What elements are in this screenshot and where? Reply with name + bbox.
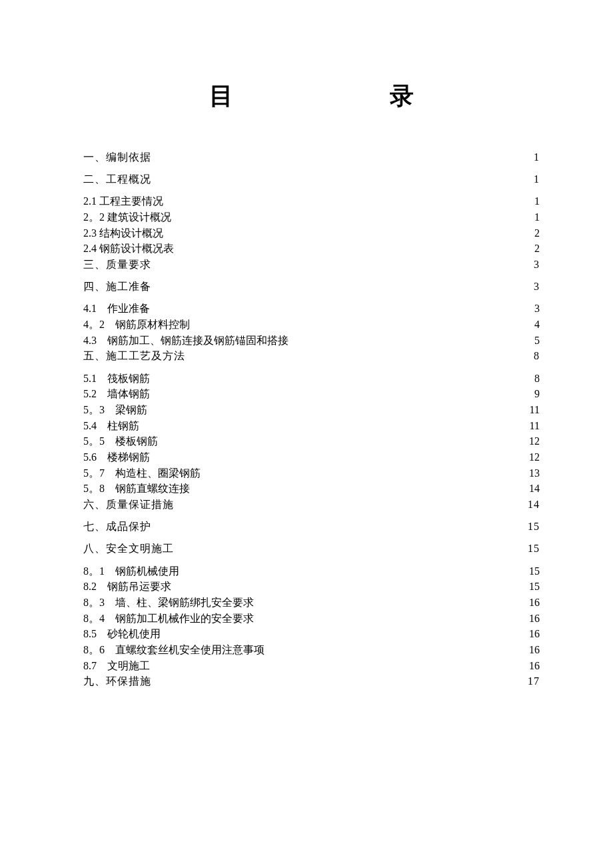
toc-entry: 5.4 柱钢筋11 [83,418,540,434]
toc-label: 4.3 钢筋加工、钢筋连接及钢筋锚固和搭接 [83,333,289,349]
toc-page: 3 [534,257,540,272]
toc-entry: 4.3 钢筋加工、钢筋连接及钢筋锚固和搭接5 [83,333,540,349]
toc-label: 七、成品保护 [83,519,151,534]
toc-entry: 4.1 作业准备3 [83,301,540,317]
toc-page: 5 [534,333,540,349]
toc-label: 五、施工工艺及方法 [83,348,185,363]
toc-page: 2 [534,225,540,241]
toc-entry: 六、质量保证措施14 [83,497,540,512]
toc-entry: 2.3 结构设计概况2 [83,225,540,241]
toc-label: 5.1 筏板钢筋 [83,371,150,387]
toc-page: 14 [529,481,540,497]
title-char-2: 录 [390,80,414,113]
toc-page: 16 [529,626,540,642]
table-of-contents: 一、编制依据1二、工程概况12.1 工程主要情况12。2 建筑设计概况12.3 … [83,149,540,689]
toc-label: 5.2 墙体钢筋 [83,386,150,402]
toc-entry: 一、编制依据1 [83,149,540,165]
toc-label: 4.1 作业准备 [83,301,150,317]
toc-page: 14 [528,497,540,512]
toc-page: 15 [528,519,540,534]
toc-page: 15 [529,579,540,595]
toc-label: 5.6 楼梯钢筋 [83,449,150,465]
toc-entry: 8.7 文明施工16 [83,658,540,674]
toc-entry: 5。3 梁钢筋11 [83,402,540,418]
toc-page: 16 [529,642,540,658]
toc-entry: 8。6 直螺纹套丝机安全使用注意事项16 [83,642,540,658]
toc-page: 4 [534,317,540,333]
toc-page: 8 [534,371,540,387]
toc-label: 九、环保措施 [83,673,151,689]
toc-label: 5。5 楼板钢筋 [83,433,158,449]
toc-page: 16 [529,595,540,611]
toc-entry: 4。2 钢筋原材料控制4 [83,317,540,333]
toc-entry: 8.2 钢筋吊运要求15 [83,579,540,595]
toc-label: 8.5 砂轮机使用 [83,626,161,642]
toc-page: 9 [534,386,540,402]
toc-label: 8.7 文明施工 [83,658,150,674]
toc-label: 2.4 钢筋设计概况表 [83,241,174,257]
toc-label: 2.3 结构设计概况 [83,225,163,241]
toc-page: 11 [530,418,540,434]
toc-page: 2 [534,241,540,257]
toc-label: 8。6 直螺纹套丝机安全使用注意事项 [83,642,265,658]
toc-label: 2。2 建筑设计概况 [83,209,171,225]
toc-entry: 5.2 墙体钢筋9 [83,386,540,402]
toc-page: 16 [529,611,540,627]
toc-label: 四、施工准备 [83,279,151,294]
toc-label: 5.4 柱钢筋 [83,418,139,434]
toc-label: 8.2 钢筋吊运要求 [83,579,171,595]
toc-entry: 四、施工准备3 [83,279,540,294]
toc-page: 12 [529,433,540,449]
toc-entry: 5。8 钢筋直螺纹连接14 [83,481,540,497]
toc-entry: 2.4 钢筋设计概况表2 [83,241,540,257]
toc-entry: 八、安全文明施工15 [83,541,540,556]
toc-entry: 2.1 工程主要情况1 [83,193,540,209]
toc-label: 六、质量保证措施 [83,497,174,512]
toc-page: 1 [534,171,540,187]
toc-entry: 七、成品保护15 [83,519,540,534]
toc-label: 8。3 墙、柱、梁钢筋绑扎安全要求 [83,595,254,611]
toc-label: 5。8 钢筋直螺纹连接 [83,481,190,497]
toc-page: 3 [534,279,540,294]
toc-label: 三、质量要求 [83,257,151,272]
toc-label: 8。4 钢筋加工机械作业的安全要求 [83,611,254,627]
toc-entry: 三、质量要求3 [83,257,540,272]
toc-entry: 5。5 楼板钢筋12 [83,433,540,449]
toc-page: 15 [529,563,540,579]
toc-label: 二、工程概况 [83,171,151,187]
toc-page: 12 [529,449,540,465]
toc-entry: 8。4 钢筋加工机械作业的安全要求16 [83,611,540,627]
toc-page: 15 [528,541,540,556]
toc-label: 5。3 梁钢筋 [83,402,147,418]
toc-page: 17 [528,673,540,689]
toc-page: 3 [534,301,540,317]
toc-label: 八、安全文明施工 [83,541,174,556]
toc-entry: 5.6 楼梯钢筋12 [83,449,540,465]
toc-page: 1 [534,209,540,225]
toc-entry: 5。7 构造柱、圈梁钢筋13 [83,465,540,481]
toc-entry: 九、环保措施17 [83,673,540,689]
page-title: 目 录 [83,80,540,113]
toc-page: 1 [534,149,540,165]
toc-page: 8 [534,348,540,363]
toc-page: 11 [530,402,540,418]
toc-label: 8。1 钢筋机械使用 [83,563,179,579]
toc-entry: 5.1 筏板钢筋8 [83,371,540,387]
toc-page: 13 [529,465,540,481]
title-char-1: 目 [209,80,233,113]
toc-entry: 8。1 钢筋机械使用15 [83,563,540,579]
toc-entry: 五、施工工艺及方法8 [83,348,540,363]
toc-label: 2.1 工程主要情况 [83,193,163,209]
toc-page: 16 [529,658,540,674]
toc-entry: 二、工程概况1 [83,171,540,187]
toc-entry: 8.5 砂轮机使用16 [83,626,540,642]
toc-page: 1 [534,193,540,209]
toc-entry: 2。2 建筑设计概况1 [83,209,540,225]
toc-entry: 8。3 墙、柱、梁钢筋绑扎安全要求16 [83,595,540,611]
toc-label: 一、编制依据 [83,149,151,165]
toc-label: 4。2 钢筋原材料控制 [83,317,190,333]
toc-label: 5。7 构造柱、圈梁钢筋 [83,465,201,481]
